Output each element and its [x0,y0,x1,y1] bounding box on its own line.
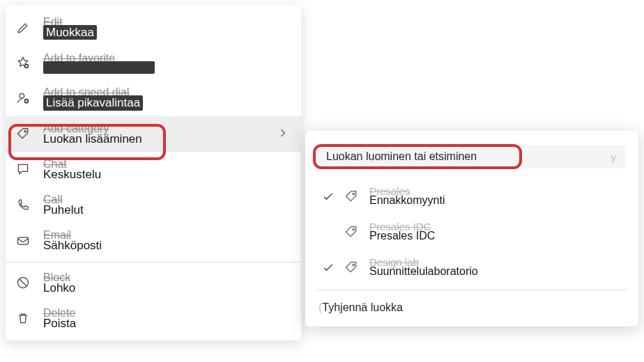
category-item-presales[interactable]: Presales Ennakkomyynti [305,178,638,214]
search-ghost-text: y [611,151,617,163]
svg-rect-4 [18,237,29,244]
menu-label-translated: Muokkaa [43,25,97,40]
category-item-design-lab[interactable]: Design lab Suunnittelulaboratorio [305,249,638,285]
menu-item-favorite[interactable]: Add to favorite [6,45,301,80]
phone-icon [15,198,31,213]
search-placeholder: Luokan luominen tai etsiminen [326,150,477,162]
block-icon [15,275,31,290]
clear-category-button[interactable]: (Tyhjennä luokka [305,294,638,324]
category-translated: Presales IDC [369,229,435,242]
menu-label-translated: Keskustelu [43,167,101,182]
category-translated: Ennakkomyynti [369,194,445,207]
menu-item-block[interactable]: Block Lohko [6,265,301,301]
menu-item-edit[interactable]: Edit Muokkaa [6,10,301,45]
menu-label-translated: Lohko [43,281,75,295]
menu-label-translated: Sähköposti [43,238,102,253]
tag-icon [344,225,360,239]
category-item-presales-idc[interactable]: Presales IDC Presales IDC [305,214,638,249]
menu-item-call[interactable]: Call Puhelut [6,187,301,223]
clear-label: Tyhjennä luokka [322,301,403,313]
checkmark-icon [321,189,336,203]
menu-label-translated: Poista [43,316,76,331]
menu-item-add-category[interactable]: Add category Luokan lisääminen [6,116,301,152]
svg-point-1 [20,93,24,98]
menu-item-email[interactable]: Email Sähköposti [6,223,301,258]
svg-point-3 [24,131,26,133]
person-add-icon [15,90,31,106]
svg-point-6 [353,193,355,195]
menu-label-translated: Luokan lisääminen [43,132,142,146]
tag-icon [15,126,31,141]
menu-divider [6,262,301,262]
category-submenu: Luokan luominen tai etsiminen y Presales… [305,131,638,326]
search-row: Luokan luominen tai etsiminen y [305,138,638,178]
mail-icon [15,233,31,249]
menu-item-speed-dial[interactable]: Add to speed dial Lisää pikavalintaa [6,80,301,116]
tag-icon [344,189,360,203]
category-translated: Suunnittelulaboratorio [369,265,478,278]
svg-point-7 [353,228,355,230]
context-menu: Edit Muokkaa Add to favorite Add to spee… [6,6,301,340]
submenu-divider [316,290,627,290]
svg-point-8 [353,264,355,266]
menu-item-delete[interactable]: Delete Poista [6,301,301,336]
edit-icon [15,20,31,36]
menu-label-translated: Lisää pikavalintaa [43,95,143,110]
chevron-right-icon [276,126,290,142]
menu-item-chat[interactable]: Chat Keskustelu [6,152,301,187]
menu-label-translated [43,61,155,74]
checkmark-icon [321,260,336,274]
tag-icon [344,260,360,274]
trash-icon [15,310,31,326]
chat-icon [15,162,31,177]
star-add-icon [15,55,31,70]
category-search-input[interactable]: Luokan luominen tai etsiminen y [318,145,626,168]
menu-label-translated: Puhelut [43,203,84,217]
